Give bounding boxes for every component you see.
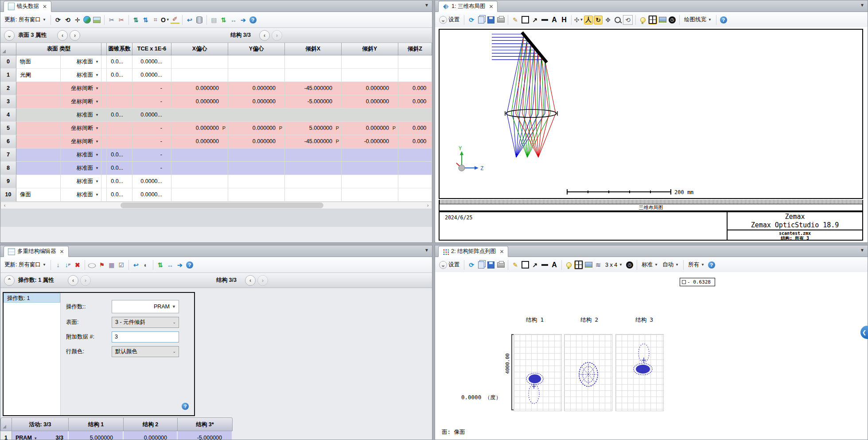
undo-icon[interactable]: ↩ — [132, 261, 140, 269]
update-mode-dropdown[interactable]: 更新: 所有窗口▼ — [3, 15, 48, 24]
tilt-z-cell[interactable]: 0.000 — [398, 135, 432, 148]
tab-menu-icon[interactable]: ▼ — [860, 3, 864, 8]
tilt-y-cell[interactable] — [342, 69, 398, 82]
surface-type-dropdown[interactable]: 标准面▼ — [61, 109, 101, 122]
row-color-dropdown[interactable]: 默认颜色⌄ — [112, 346, 179, 357]
aperture-icon[interactable]: O▼ — [161, 16, 170, 24]
conic-cell[interactable]: 0.0... — [107, 188, 132, 202]
surface-type-dropdown[interactable]: 标准面▼ — [61, 55, 101, 69]
image-icon[interactable] — [93, 16, 101, 24]
mce-config1-cell[interactable]: 5.000000 — [69, 431, 124, 440]
tilt-y-cell[interactable]: -0.000000 — [342, 135, 398, 148]
insert-surface-icon[interactable]: ⇅ — [132, 16, 140, 24]
text-tool-icon[interactable]: A — [550, 261, 559, 269]
surface-name-cell[interactable] — [16, 135, 61, 148]
surface-type-dropdown[interactable]: 标准面▼ — [61, 188, 101, 202]
tilt-z-cell[interactable] — [398, 148, 432, 162]
y-decenter-cell[interactable] — [228, 175, 285, 188]
line-tool-icon[interactable] — [540, 16, 549, 24]
stop-surface-icon[interactable]: ⌗ — [151, 16, 160, 24]
link-icon[interactable]: ↔ — [166, 261, 175, 269]
help-icon[interactable]: ? — [182, 403, 189, 410]
tab-menu-icon[interactable]: ▼ — [860, 248, 864, 253]
tilt-x-cell[interactable] — [285, 69, 342, 82]
auto-dropdown[interactable]: 自动▼ — [661, 260, 681, 269]
tab-mce[interactable]: 多重结构编辑器 ✕ — [4, 246, 69, 257]
text-tool-icon[interactable]: A — [550, 16, 559, 24]
settings-button[interactable]: ⌄设置 — [437, 15, 461, 25]
rectangle-tool-icon[interactable] — [521, 16, 529, 24]
y-decenter-cell[interactable]: 0.000000 — [228, 95, 285, 109]
tilt-x-cell[interactable] — [285, 55, 342, 69]
update-current-icon[interactable]: ⟳ — [54, 16, 62, 24]
copy-icon[interactable] — [477, 16, 486, 24]
tab-menu-icon[interactable]: ▼ — [424, 3, 429, 8]
toggle-icon[interactable]: ◐ — [141, 261, 150, 269]
tilt-z-cell[interactable] — [398, 162, 432, 175]
swap-config-icon[interactable]: ⇅ — [156, 261, 165, 269]
monitor-icon[interactable] — [658, 16, 667, 24]
matrix-size-dropdown[interactable]: 3 x 4▼ — [603, 261, 624, 269]
surface-type-dropdown[interactable]: 坐标间断▼ — [61, 135, 101, 148]
tab-layout3d[interactable]: 1: 三维布局图 ✕ — [438, 1, 498, 12]
refresh-icon[interactable]: ⟳ — [467, 261, 476, 269]
prev-operand-button[interactable]: ‹ — [68, 275, 78, 286]
operand-list[interactable]: 操作数: 1 — [4, 293, 61, 415]
cut-insert-icon[interactable]: ✂ — [107, 16, 116, 24]
grid-split-icon[interactable] — [574, 261, 583, 269]
next-config-button[interactable]: › — [257, 275, 268, 286]
bulb-icon[interactable] — [638, 16, 647, 24]
y-decenter-cell[interactable]: 0.000000P — [228, 122, 285, 135]
tilt-y-cell[interactable] — [342, 148, 398, 162]
y-decenter-cell[interactable] — [228, 162, 285, 175]
arrow-tool-icon[interactable]: ↗ — [530, 16, 539, 24]
cut-delete-icon[interactable]: ✂ — [117, 16, 126, 24]
tab-lens-data[interactable]: 镜头数据 ✕ — [4, 1, 51, 12]
tce-cell[interactable]: - — [132, 162, 171, 175]
save-icon[interactable] — [487, 16, 495, 24]
surface-name-cell[interactable] — [16, 109, 61, 122]
pencil-icon[interactable]: ✎ — [511, 16, 520, 24]
tilt-y-cell[interactable] — [342, 55, 398, 69]
tilt-z-cell[interactable] — [398, 109, 432, 122]
check-icon[interactable]: ☑ — [117, 261, 126, 269]
surface-name-cell[interactable] — [16, 82, 61, 95]
tilt-x-cell[interactable] — [285, 175, 342, 188]
goto-icon[interactable]: ➔ — [175, 261, 184, 269]
settings-button[interactable]: ⌄设置 — [437, 260, 461, 270]
orientation-indicator-icon[interactable]: 人 — [584, 16, 593, 24]
conic-cell[interactable] — [107, 95, 132, 109]
y-decenter-cell[interactable]: 0.000000 — [228, 135, 285, 148]
surface-type-dropdown[interactable]: 坐标间断▼ — [61, 122, 101, 135]
surface-name-cell[interactable]: 物面 — [16, 55, 61, 69]
collapse-props-icon[interactable]: ⌃ — [4, 275, 15, 286]
conic-cell[interactable]: 0.0... — [107, 55, 132, 69]
tilt-x-cell[interactable]: -45.000000P — [285, 135, 342, 148]
undo-icon[interactable]: ↩ — [185, 16, 194, 24]
swap-config-icon[interactable]: ⇅ — [219, 16, 228, 24]
pan-icon[interactable]: ✥ — [603, 16, 612, 24]
mce-config2-cell[interactable]: 0.000000 — [124, 431, 178, 440]
tilt-z-cell[interactable] — [398, 69, 432, 82]
tab-spot[interactable]: 2: 结构矩阵点列图 ✕ — [438, 246, 508, 257]
clock-icon[interactable]: ◷ — [668, 16, 677, 24]
operand-type-dropdown[interactable]: PRAM▼ — [112, 300, 179, 313]
rotate-view-icon[interactable]: ↻ — [594, 16, 603, 24]
globe-icon[interactable] — [83, 16, 92, 24]
copy-icon[interactable] — [477, 261, 486, 269]
x-decenter-cell[interactable] — [171, 188, 228, 202]
y-decenter-cell[interactable] — [228, 55, 285, 69]
flag-icon[interactable]: ⚑ — [97, 261, 106, 269]
brush-icon[interactable]: ✐ — [171, 16, 179, 24]
x-decenter-cell[interactable]: 0.000000 — [171, 95, 228, 109]
insert-operand-icon[interactable]: ↓ — [54, 261, 62, 269]
update-mode-dropdown[interactable]: 更新: 所有窗口▼ — [3, 260, 48, 269]
tilt-z-cell[interactable] — [398, 188, 432, 202]
x-decenter-cell[interactable] — [171, 69, 228, 82]
grid-split-icon[interactable] — [648, 16, 657, 24]
conic-cell[interactable] — [107, 82, 132, 95]
conic-cell[interactable]: 0.0... — [107, 109, 132, 122]
arrow-tool-icon[interactable]: ↗ — [530, 261, 539, 269]
zoom-icon[interactable] — [613, 16, 622, 24]
tce-cell[interactable]: - — [132, 95, 171, 109]
